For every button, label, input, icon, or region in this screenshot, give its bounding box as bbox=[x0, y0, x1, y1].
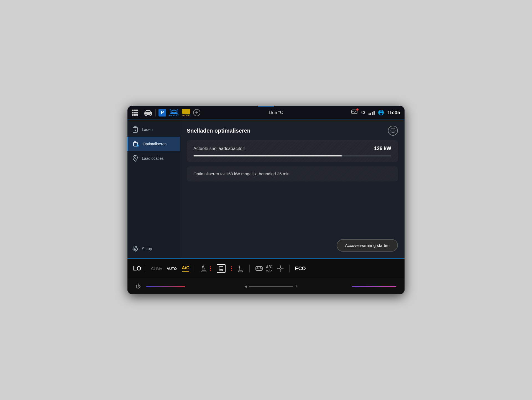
globe-icon: 🌐 bbox=[378, 110, 384, 116]
action-area: Accuverwarming starten bbox=[187, 186, 398, 253]
svg-rect-18 bbox=[219, 267, 223, 269]
main-screen: P AssIST bbox=[127, 106, 405, 294]
svg-point-16 bbox=[134, 248, 136, 250]
charge-card-header: Actuele snellaadcapaciteit 126 kW bbox=[193, 146, 391, 151]
seat-center-button[interactable] bbox=[217, 264, 226, 273]
assist-button[interactable]: AssIST bbox=[169, 109, 179, 117]
svg-point-7 bbox=[184, 112, 185, 113]
car-home-icon[interactable] bbox=[144, 110, 153, 116]
heated-seat-left-icon[interactable] bbox=[201, 265, 207, 272]
top-bar: P AssIST bbox=[127, 106, 405, 120]
defrost-icon[interactable] bbox=[255, 265, 263, 272]
ac-underline bbox=[182, 271, 189, 272]
sidebar: Laden Optimaliseren bbox=[127, 120, 180, 258]
right-temp-slider[interactable] bbox=[313, 286, 396, 287]
notification-dot bbox=[356, 108, 359, 111]
time-display: 15:05 bbox=[387, 110, 400, 116]
heated-seat-right-icon[interactable] bbox=[237, 265, 244, 272]
divider-clima bbox=[146, 265, 146, 272]
battery-charging-icon bbox=[132, 126, 139, 133]
signal-icon bbox=[369, 110, 375, 115]
sidebar-item-laadlocaties[interactable]: Laadlocaties bbox=[127, 151, 180, 166]
audio-controls: ◂ + bbox=[230, 284, 313, 289]
svg-point-5 bbox=[175, 112, 176, 113]
svg-rect-19 bbox=[220, 270, 222, 271]
charge-label: Actuele snellaadcapaciteit bbox=[193, 146, 245, 151]
auto-label: AUTO bbox=[167, 267, 177, 271]
mode-button[interactable]: MODE bbox=[182, 109, 190, 117]
svg-rect-10 bbox=[133, 127, 137, 132]
svg-point-8 bbox=[187, 112, 188, 113]
ac-max-control[interactable]: A/C MAX bbox=[266, 265, 272, 272]
assist-label: AssIST bbox=[169, 114, 179, 117]
gear-icon bbox=[132, 245, 139, 252]
svg-rect-11 bbox=[134, 126, 136, 128]
battery-heating-button[interactable]: Accuverwarming starten bbox=[337, 239, 398, 252]
climate-bar: LO CLIMA AUTO A/C bbox=[127, 258, 405, 278]
svg-point-4 bbox=[172, 112, 173, 113]
divider-ac bbox=[195, 265, 195, 272]
divider2 bbox=[155, 109, 156, 117]
svg-rect-20 bbox=[238, 271, 243, 272]
ac-control[interactable]: A/C bbox=[182, 265, 190, 272]
optimization-info-card: Optimaliseren tot 168 kW mogelijk, benod… bbox=[187, 166, 398, 181]
optimize-icon bbox=[133, 141, 139, 147]
svg-point-15 bbox=[134, 157, 136, 158]
mode-label: MODE bbox=[182, 114, 190, 117]
volume-slider[interactable] bbox=[249, 286, 293, 287]
top-bar-left: P AssIST bbox=[132, 109, 200, 117]
charge-value: 126 kW bbox=[374, 146, 391, 151]
svg-point-1 bbox=[145, 114, 147, 116]
top-bar-right: 4G 🌐 15:05 bbox=[351, 110, 400, 116]
location-pin-icon bbox=[132, 155, 139, 162]
apps-icon[interactable] bbox=[132, 110, 138, 116]
volume-icon[interactable]: ◂ bbox=[244, 284, 247, 289]
max-text: MAX bbox=[266, 269, 273, 272]
main-content: Laden Optimaliseren bbox=[127, 120, 405, 258]
svg-rect-17 bbox=[202, 271, 206, 272]
heat-dots-right bbox=[231, 266, 232, 271]
sidebar-setup[interactable]: Setup bbox=[127, 242, 180, 256]
setup-label: Setup bbox=[142, 247, 152, 251]
page-title: Snelladen optimaliseren bbox=[187, 128, 250, 134]
charge-capacity-card: Actuele snellaadcapaciteit 126 kW bbox=[187, 140, 398, 162]
sidebar-item-laden[interactable]: Laden bbox=[127, 122, 180, 137]
divider bbox=[141, 109, 141, 117]
mode-car-icon bbox=[182, 109, 190, 114]
divider-rear bbox=[249, 265, 250, 272]
svg-rect-9 bbox=[352, 110, 357, 114]
ac-text: A/C bbox=[266, 265, 272, 269]
lte-label: 4G bbox=[361, 111, 365, 115]
progress-track bbox=[193, 155, 391, 156]
physical-controls-bar: ⏻ ◂ + bbox=[127, 278, 405, 294]
eco-label: ECO bbox=[295, 266, 306, 272]
page-content-area: Snelladen optimaliseren ⓘ Actuele snella… bbox=[180, 120, 405, 258]
sidebar-item-optimaliseren[interactable]: Optimaliseren bbox=[127, 137, 180, 151]
optimaliseren-label: Optimaliseren bbox=[143, 142, 167, 146]
message-icon[interactable] bbox=[351, 110, 357, 116]
progress-fill bbox=[193, 155, 342, 156]
heat-dots-left bbox=[210, 266, 211, 271]
svg-rect-13 bbox=[134, 141, 136, 143]
divider-eco bbox=[289, 265, 290, 272]
lo-label: LO bbox=[133, 265, 141, 272]
ac-label: A/C bbox=[182, 265, 190, 270]
laadlocaties-label: Laadlocaties bbox=[142, 156, 164, 161]
parking-badge[interactable]: P bbox=[158, 109, 166, 117]
fan-icon[interactable] bbox=[277, 265, 284, 272]
power-button[interactable]: ⏻ bbox=[136, 283, 141, 289]
add-button[interactable]: + bbox=[193, 109, 200, 116]
page-header: Snelladen optimaliseren ⓘ bbox=[187, 126, 398, 136]
svg-point-2 bbox=[150, 114, 151, 116]
optimization-info-text: Optimaliseren tot 168 kW mogelijk, benod… bbox=[193, 171, 291, 176]
info-button[interactable]: ⓘ bbox=[388, 126, 398, 136]
left-temp-slider[interactable] bbox=[146, 286, 230, 287]
laden-label: Laden bbox=[142, 127, 153, 132]
volume-up-icon[interactable]: + bbox=[295, 284, 298, 289]
temperature-display: 15.5 °C bbox=[203, 110, 349, 115]
clima-label: CLIMA bbox=[151, 267, 162, 271]
assist-car-icon bbox=[170, 109, 178, 114]
